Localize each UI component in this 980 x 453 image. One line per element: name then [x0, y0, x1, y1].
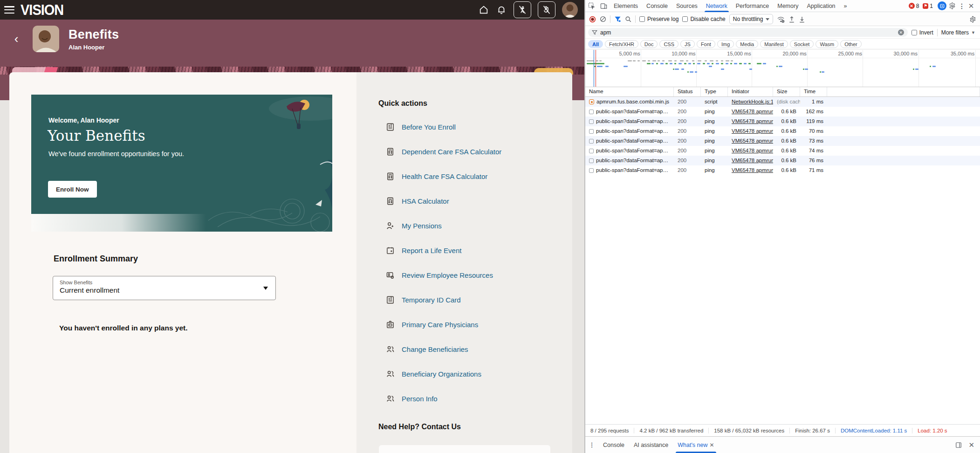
network-conditions-icon[interactable]: [777, 16, 785, 23]
column-header-time[interactable]: Time: [800, 87, 827, 96]
inspect-element-icon[interactable]: [585, 2, 597, 9]
waterfall-bar: [673, 69, 674, 70]
column-header-status[interactable]: Status: [674, 87, 701, 96]
settings-gear-icon[interactable]: [946, 2, 958, 9]
type-filter-img[interactable]: Img: [717, 40, 734, 48]
issues-badge[interactable]: ⚑ 1: [923, 3, 933, 9]
network-request-row[interactable]: public-span?dataFormat=apm&dataFormatVer…: [585, 107, 980, 117]
home-icon[interactable]: [478, 4, 489, 15]
network-request-row[interactable]: public-span?dataFormat=apm&dataFormatVer…: [585, 156, 980, 165]
gestures-off-icon[interactable]: [538, 1, 555, 18]
quick-action-before-you-enroll[interactable]: Before You Enroll: [386, 123, 456, 131]
export-har-icon[interactable]: [799, 16, 805, 23]
drawer-kebab-icon[interactable]: ⋮: [585, 441, 598, 448]
dock-panel-icon[interactable]: [955, 442, 962, 448]
network-settings-gear-icon[interactable]: [969, 16, 976, 23]
devtools-tab-console[interactable]: Console: [642, 0, 672, 12]
request-initiator-link[interactable]: VM65478 apmrum.fus.bas: [728, 165, 773, 175]
disable-cache-checkbox[interactable]: Disable cache: [682, 16, 725, 22]
quick-action-my-pensions[interactable]: My Pensions: [386, 221, 442, 230]
search-icon[interactable]: [625, 16, 631, 22]
close-devtools-icon[interactable]: ✕: [966, 2, 976, 10]
network-overview-timeline[interactable]: 5,000 ms10,000 ms15,000 ms20,000 ms25,00…: [585, 50, 980, 87]
filter-input-field[interactable]: [600, 29, 895, 36]
devtools-tab-application[interactable]: Application: [802, 0, 839, 12]
quick-action-temporary-id-card[interactable]: Temporary ID Card: [386, 295, 461, 304]
back-chevron-icon[interactable]: ‹: [10, 33, 22, 45]
type-filter-js[interactable]: JS: [680, 40, 695, 48]
drawer-tab-ai-assistance[interactable]: AI assistance: [629, 438, 673, 452]
quick-action-report-a-life-event[interactable]: Report a Life Event: [386, 246, 461, 255]
request-initiator-link[interactable]: VM65478 apmrum.fus.bas: [728, 107, 773, 117]
network-request-row[interactable]: public-span?dataFormat=apm&dataFormatVer…: [585, 126, 980, 136]
preserve-log-checkbox[interactable]: Preserve log: [639, 16, 678, 22]
import-har-icon[interactable]: [788, 16, 795, 23]
network-request-row[interactable]: public-span?dataFormat=apm&dataFormatVer…: [585, 117, 980, 126]
clear-network-log-icon[interactable]: [600, 16, 606, 22]
close-tab-icon[interactable]: ✕: [709, 442, 714, 448]
filter-icon-active[interactable]: [614, 16, 621, 22]
type-filter-fetch-xhr[interactable]: Fetch/XHR: [605, 40, 638, 48]
column-header-size[interactable]: Size: [773, 87, 800, 96]
invert-checkbox[interactable]: Invert: [911, 29, 933, 36]
kebab-menu-icon[interactable]: ⋮: [958, 2, 966, 10]
show-benefits-select[interactable]: Show Benefits Current enrollment: [53, 276, 276, 300]
close-drawer-icon[interactable]: ✕: [968, 441, 974, 449]
type-filter-wasm[interactable]: Wasm: [816, 40, 838, 48]
devtools-tab-elements[interactable]: Elements: [610, 0, 642, 12]
type-filter-all[interactable]: All: [588, 40, 603, 48]
type-filter-manifest[interactable]: Manifest: [760, 40, 788, 48]
enroll-now-button[interactable]: Enroll Now: [48, 181, 97, 198]
request-initiator-link[interactable]: VM65478 apmrum.fus.bas: [728, 146, 773, 156]
quick-action-primary-care-physicians[interactable]: Primary Care Physicians: [386, 320, 478, 329]
type-filter-css[interactable]: CSS: [659, 40, 678, 48]
quick-action-beneficiary-organizations[interactable]: Beneficiary Organizations: [386, 370, 481, 378]
network-request-row[interactable]: apmrum.fus.base.combi.min.js200scriptNet…: [585, 97, 980, 107]
more-tabs-chevron[interactable]: »: [840, 0, 851, 12]
request-initiator-link[interactable]: NetworkHook.js:168: [728, 97, 773, 107]
status-dcl[interactable]: DOMContentLoaded: 1.11 s: [836, 428, 912, 433]
filter-text-input[interactable]: ✕: [588, 28, 908, 37]
quick-action-change-beneficiaries[interactable]: Change Beneficiaries: [386, 345, 468, 354]
request-initiator-link[interactable]: VM65478 apmrum.fus.bas: [728, 117, 773, 126]
more-filters-button[interactable]: More filters ▼: [941, 29, 977, 36]
devtools-tab-network[interactable]: Network: [702, 0, 732, 12]
request-initiator-link[interactable]: VM65478 apmrum.fus.bas: [728, 126, 773, 136]
error-badge[interactable]: ✕ 8: [909, 3, 919, 9]
quick-action-review-employee-resources[interactable]: Review Employee Resources: [386, 271, 493, 280]
devtools-tab-memory[interactable]: Memory: [773, 0, 802, 12]
type-filter-media[interactable]: Media: [736, 40, 758, 48]
status-load[interactable]: Load: 1.20 s: [912, 428, 952, 433]
throttling-select[interactable]: No throttling: [729, 14, 774, 24]
extension-icon[interactable]: [938, 1, 946, 10]
quick-action-dependent-care-fsa-calculator[interactable]: Dependent Care FSA Calculator: [386, 147, 501, 156]
devtools-tab-sources[interactable]: Sources: [672, 0, 702, 12]
network-request-row[interactable]: public-span?dataFormat=apm&dataFormatVer…: [585, 146, 980, 156]
column-header-type[interactable]: Type: [701, 87, 728, 96]
menu-icon[interactable]: [4, 6, 14, 14]
column-header-initiator[interactable]: Initiator: [728, 87, 773, 96]
accessibility-off-icon[interactable]: [514, 1, 531, 18]
devtools-tab-performance[interactable]: Performance: [732, 0, 774, 12]
network-request-row[interactable]: public-span?dataFormat=apm&dataFormatVer…: [585, 165, 980, 175]
quick-action-person-info[interactable]: Person Info: [386, 394, 438, 403]
device-toolbar-icon[interactable]: [597, 2, 610, 9]
clear-filter-icon[interactable]: ✕: [898, 29, 904, 35]
type-filter-other[interactable]: Other: [840, 40, 862, 48]
network-request-row[interactable]: public-span?dataFormat=apm&dataFormatVer…: [585, 136, 980, 146]
notifications-bell-icon[interactable]: [496, 4, 507, 15]
type-filter-doc[interactable]: Doc: [640, 40, 658, 48]
record-network-log-icon[interactable]: [589, 16, 596, 23]
request-initiator-link[interactable]: VM65478 apmrum.fus.bas: [728, 136, 773, 146]
request-initiator-link[interactable]: VM65478 apmrum.fus.bas: [728, 156, 773, 165]
status-transferred: 4.2 kB / 962 kB transferred: [634, 428, 709, 433]
drawer-tab-console[interactable]: Console: [598, 438, 629, 452]
user-avatar[interactable]: [562, 2, 578, 18]
quick-action-hsa-calculator[interactable]: HSA Calculator: [386, 197, 449, 206]
quick-action-health-care-fsa-calculator[interactable]: Health Care FSA Calculator: [386, 172, 487, 181]
waterfall-bar: [734, 63, 737, 64]
drawer-tab-what-s-new[interactable]: What's new✕: [673, 438, 719, 452]
type-filter-font[interactable]: Font: [697, 40, 715, 48]
column-header-name[interactable]: Name: [585, 87, 674, 96]
type-filter-socket[interactable]: Socket: [790, 40, 814, 48]
